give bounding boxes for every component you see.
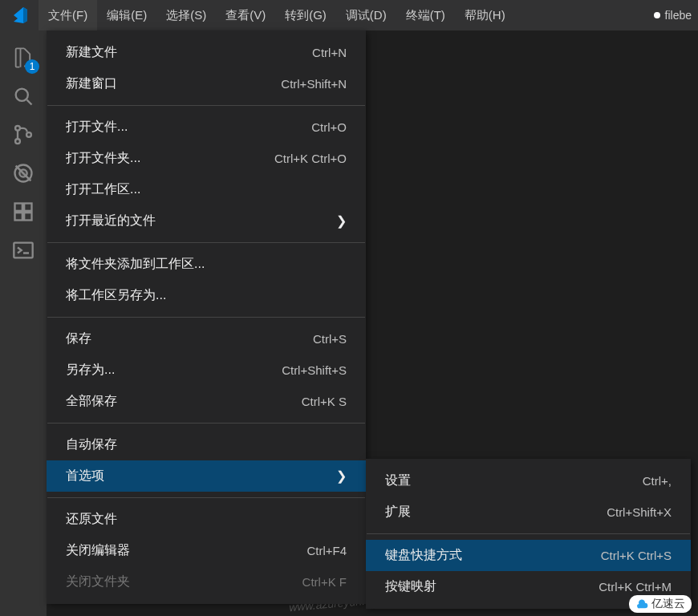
menu-item-label: 将工作区另存为... [66, 287, 166, 304]
svg-point-0 [16, 89, 28, 101]
modified-indicator [654, 12, 660, 18]
svg-rect-6 [15, 204, 22, 211]
menubar-item-5[interactable]: 调试(D) [336, 0, 396, 30]
menu-item-label: 打开最近的文件 [66, 213, 156, 229]
menu-item[interactable]: 将文件夹添加到工作区... [47, 249, 366, 280]
yisu-badge: 亿速云 [629, 595, 692, 613]
menu-separator [47, 242, 365, 243]
menubar-item-2[interactable]: 选择(S) [156, 0, 216, 30]
menu-item-label: 打开工作区... [66, 181, 140, 198]
menu-item[interactable]: 全部保存Ctrl+K S [47, 386, 366, 417]
menu-item-shortcut: Ctrl+K Ctrl+S [601, 549, 672, 562]
menu-item-label: 扩展 [385, 504, 411, 521]
filename-text: filebe [665, 9, 692, 22]
menu-item-label: 新建文件 [66, 44, 117, 61]
menu-separator [47, 105, 365, 106]
menu-item[interactable]: 设置Ctrl+, [366, 465, 691, 496]
window-title: filebe [647, 9, 698, 22]
menu-item[interactable]: 键盘快捷方式Ctrl+K Ctrl+S [366, 540, 691, 571]
menu-item-shortcut: Ctrl+O [311, 120, 347, 134]
menu-item-label: 打开文件夹... [66, 150, 140, 167]
menu-item[interactable]: 新建窗口Ctrl+Shift+N [47, 68, 366, 99]
chevron-right-icon: ❯ [336, 468, 347, 484]
menu-item[interactable]: 打开工作区... [47, 174, 366, 205]
menu-item[interactable]: 扩展Ctrl+Shift+X [366, 496, 691, 528]
menu-item-label: 键盘快捷方式 [385, 547, 462, 564]
source-control-icon[interactable] [7, 119, 39, 151]
svg-point-2 [15, 139, 20, 144]
menubar-item-4[interactable]: 转到(G) [275, 0, 336, 30]
svg-rect-8 [15, 213, 22, 220]
terminal-panel-icon[interactable] [7, 234, 39, 266]
menu-item-label: 自动保存 [66, 436, 117, 453]
svg-rect-7 [24, 204, 31, 211]
menu-item-shortcut: Ctrl+S [313, 332, 347, 346]
menu-item-shortcut: Ctrl+K F [302, 575, 347, 589]
menu-item-shortcut: Ctrl+N [312, 46, 347, 59]
menu-item-shortcut: Ctrl+F4 [306, 544, 347, 557]
file-menu-dropdown: 新建文件Ctrl+N新建窗口Ctrl+Shift+N打开文件...Ctrl+O打… [47, 30, 366, 604]
menu-item[interactable]: 自动保存 [47, 429, 366, 460]
menu-bar: 文件(F)编辑(E)选择(S)查看(V)转到(G)调试(D)终端(T)帮助(H)… [0, 0, 698, 30]
svg-rect-9 [24, 213, 31, 220]
preferences-submenu: 设置Ctrl+,扩展Ctrl+Shift+X键盘快捷方式Ctrl+K Ctrl+… [366, 459, 691, 609]
menu-item-shortcut: Ctrl+Shift+S [282, 363, 347, 377]
menu-item-label: 关闭编辑器 [66, 542, 130, 559]
menu-item[interactable]: 将工作区另存为... [47, 280, 366, 311]
menu-item-label: 关闭文件夹 [66, 573, 130, 590]
explorer-badge: 1 [25, 59, 39, 74]
search-icon[interactable] [7, 80, 39, 112]
menu-item-shortcut: Ctrl+Shift+X [607, 505, 672, 519]
menu-item-shortcut: Ctrl+K Ctrl+M [599, 580, 672, 594]
menu-item[interactable]: 首选项❯ [47, 460, 366, 492]
menu-item[interactable]: 保存Ctrl+S [47, 323, 366, 355]
menubar-item-6[interactable]: 终端(T) [396, 0, 455, 30]
menu-item-label: 首选项 [66, 468, 104, 484]
menu-item[interactable]: 另存为...Ctrl+Shift+S [47, 355, 366, 386]
menubar-item-1[interactable]: 编辑(E) [97, 0, 156, 30]
menubar-item-3[interactable]: 查看(V) [216, 0, 275, 30]
vscode-logo [0, 0, 39, 30]
menu-item-shortcut: Ctrl+Shift+N [281, 77, 347, 91]
menu-item-label: 按键映射 [385, 578, 436, 595]
menu-item-label: 设置 [385, 472, 411, 489]
menu-item-shortcut: Ctrl+, [643, 474, 672, 488]
menu-item[interactable]: 新建文件Ctrl+N [47, 37, 366, 68]
svg-rect-10 [14, 243, 32, 258]
menu-item-label: 保存 [66, 330, 91, 347]
menu-item-label: 打开文件... [66, 119, 128, 136]
menu-item-label: 全部保存 [66, 393, 117, 410]
svg-point-3 [26, 132, 31, 137]
menu-item[interactable]: 打开最近的文件❯ [47, 205, 366, 237]
svg-point-5 [19, 169, 26, 176]
menu-item-shortcut: Ctrl+K Ctrl+O [274, 152, 347, 165]
menu-item-label: 将文件夹添加到工作区... [66, 256, 205, 273]
menu-item-label: 另存为... [66, 362, 115, 379]
activity-bar: 1 [0, 30, 47, 616]
menu-item[interactable]: 关闭文件夹Ctrl+K F [47, 566, 366, 598]
menu-item-shortcut: Ctrl+K S [302, 395, 347, 408]
menu-item-label: 还原文件 [66, 511, 117, 528]
menu-item[interactable]: 打开文件...Ctrl+O [47, 111, 366, 143]
extensions-icon[interactable] [7, 196, 39, 228]
menu-item[interactable]: 还原文件 [47, 504, 366, 535]
svg-point-1 [15, 126, 20, 131]
menu-separator [47, 317, 365, 318]
menu-separator [47, 497, 365, 498]
menu-item-label: 新建窗口 [66, 75, 117, 92]
menubar-item-7[interactable]: 帮助(H) [455, 0, 515, 30]
debug-icon[interactable] [7, 157, 39, 189]
explorer-icon[interactable]: 1 [7, 42, 39, 74]
menu-item[interactable]: 打开文件夹...Ctrl+K Ctrl+O [47, 143, 366, 174]
menu-separator [367, 533, 690, 534]
menu-item[interactable]: 关闭编辑器Ctrl+F4 [47, 535, 366, 566]
menubar-item-0[interactable]: 文件(F) [39, 0, 97, 30]
menu-separator [47, 423, 365, 424]
chevron-right-icon: ❯ [336, 213, 347, 229]
